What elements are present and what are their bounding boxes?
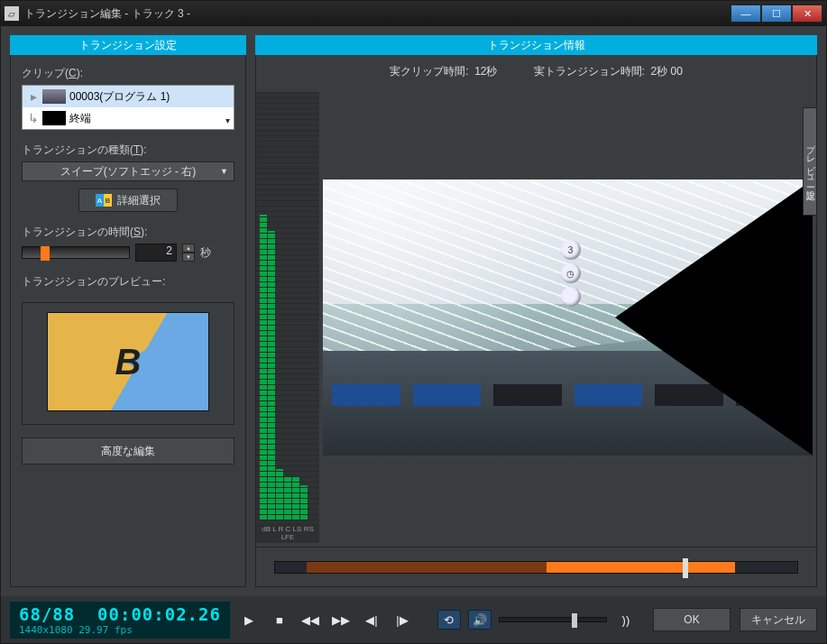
transition-preview-swatch: B	[47, 312, 209, 411]
transition-editor-window: ▱ トランジション編集 - トラック 3 - — ☐ ✕ トランジション設定 ク…	[0, 0, 827, 644]
preview-letter: B	[115, 342, 142, 382]
loop-button[interactable]: ⟲	[437, 610, 461, 630]
detail-select-label: 詳細選択	[117, 193, 161, 208]
transition-time-label: トランジションの時間(S):	[22, 225, 234, 240]
cancel-button[interactable]: キャンセル	[740, 608, 817, 631]
real-transition-time-value: 2秒 00	[651, 65, 683, 78]
window-title: トランジション編集 - トラック 3 -	[24, 6, 731, 22]
timeline-thumb[interactable]	[683, 558, 688, 578]
chevron-down-icon: ▼	[220, 167, 228, 176]
step-forward-button[interactable]: |▶	[391, 610, 414, 630]
titlebar[interactable]: ▱ トランジション編集 - トラック 3 - — ☐ ✕	[1, 1, 826, 26]
clip-end-label: 終端	[69, 111, 91, 126]
clip-list[interactable]: ▸ 00003(プログラム 1) ↳ 終端 ▾	[22, 85, 234, 130]
clip-end-thumb-icon	[42, 111, 66, 125]
real-clip-time-label: 実クリップ時間:	[390, 65, 468, 78]
frame-counter: 68/88	[19, 604, 75, 624]
forward-button[interactable]: ▶▶	[329, 610, 353, 630]
audio-button[interactable]: 🔊	[468, 610, 492, 630]
clip-item-end[interactable]: ↳ 終端	[23, 107, 234, 129]
clip-name: 00003(プログラム 1)	[69, 89, 170, 105]
clip-indicator-icon: ▸	[26, 89, 41, 104]
time-unit: 秒	[200, 245, 211, 261]
transition-info-row: 実クリップ時間: 12秒 実トランジション時間: 2秒 00	[255, 55, 817, 88]
clip-end-arrow-icon: ↳	[26, 111, 41, 125]
transition-type-value: スイープ(ソフトエッジ - 右)	[60, 164, 197, 179]
transition-time-input[interactable]: 2	[135, 244, 177, 262]
timeline-scrubber[interactable]	[274, 561, 798, 574]
detail-select-button[interactable]: AB 詳細選択	[78, 189, 178, 212]
clock-face-icon: ◷	[561, 263, 581, 283]
transition-type-label: トランジションの種類(T):	[22, 143, 234, 158]
resolution-fps: 1440x1080 29.97 fps	[19, 624, 221, 636]
time-spin-up[interactable]: ▲	[182, 244, 195, 253]
clock-number: 3	[561, 240, 581, 260]
play-button[interactable]: ▶	[237, 610, 261, 630]
timecode: 00:00:02.26	[97, 604, 221, 624]
left-panel-header: トランジション設定	[10, 35, 246, 55]
transport-bar: 68/88 00:00:02.26 1440x1080 29.97 fps ▶ …	[1, 596, 826, 643]
volume-slider[interactable]	[499, 617, 607, 622]
volume-thumb[interactable]	[572, 613, 577, 628]
time-spin-down[interactable]: ▼	[182, 253, 195, 262]
right-panel-header: トランジション情報	[255, 35, 817, 55]
video-preview[interactable]: 3 ◷	[323, 92, 813, 543]
transition-preview-box: B	[22, 302, 234, 425]
transition-time-slider[interactable]	[22, 246, 130, 259]
real-clip-time-value: 12秒	[474, 65, 497, 78]
transition-preview-label: トランジションのプレビュー:	[22, 274, 234, 290]
ab-icon: AB	[96, 194, 112, 207]
clip-label: クリップ(C):	[22, 66, 234, 81]
real-transition-time-label: 実トランジション時間:	[534, 65, 645, 78]
clip-item-selected[interactable]: ▸ 00003(プログラム 1)	[23, 86, 234, 107]
clock-bottom-icon	[561, 287, 581, 307]
transition-type-dropdown[interactable]: スイープ(ソフトエッジ - 右) ▼	[22, 161, 234, 181]
volume-max-icon: ))	[614, 610, 638, 630]
stop-button[interactable]: ■	[268, 610, 291, 630]
clip-thumb-icon	[42, 89, 66, 104]
minimize-button[interactable]: —	[731, 5, 761, 23]
audio-meter-labels: dB L R C LS RS LFE	[256, 523, 319, 543]
advanced-edit-button[interactable]: 高度な編集	[22, 437, 234, 465]
app-icon: ▱	[5, 6, 19, 21]
audio-meter: dB L R C LS RS LFE	[256, 92, 319, 543]
ok-button[interactable]: OK	[653, 608, 731, 631]
timecode-panel: 68/88 00:00:02.26 1440x1080 29.97 fps	[10, 602, 230, 639]
step-back-button[interactable]: ◀|	[360, 610, 383, 630]
chevron-down-icon[interactable]: ▾	[225, 115, 230, 125]
close-button[interactable]: ✕	[792, 5, 822, 23]
preview-settings-tab[interactable]: プレビュー設定	[803, 107, 817, 216]
maximize-button[interactable]: ☐	[761, 5, 792, 23]
rewind-button[interactable]: ◀◀	[299, 610, 322, 630]
slider-thumb[interactable]	[41, 246, 50, 261]
